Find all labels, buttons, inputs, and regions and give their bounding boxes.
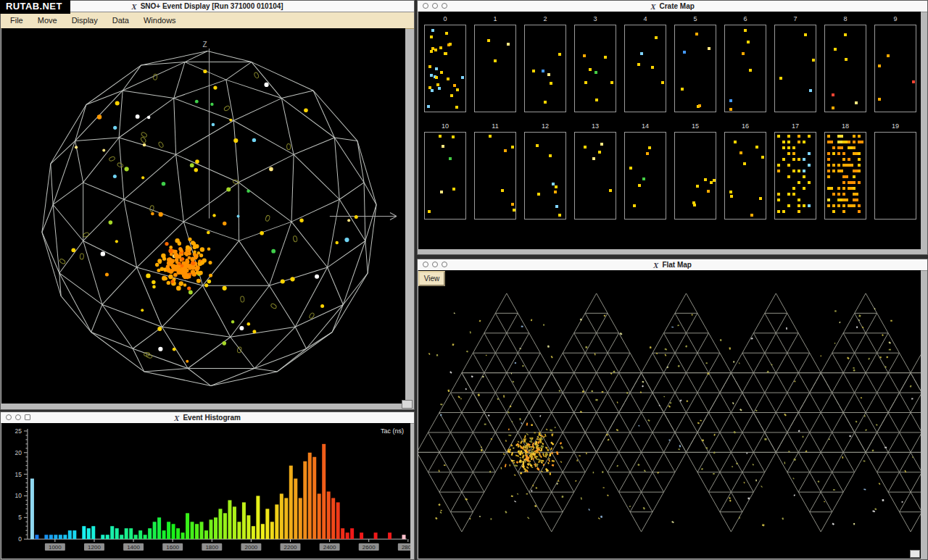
crate-panel-7[interactable] (774, 25, 816, 112)
pmt-hit (858, 152, 861, 155)
view-menu-button[interactable]: View (418, 271, 445, 286)
crate-map-canvas[interactable]: 012345678910111213141516171819 (418, 12, 921, 249)
crate-map-window: X Crate Map 0123456789101112131415161718… (417, 0, 928, 255)
pmt-hit (436, 83, 439, 86)
pmt-hit (640, 52, 643, 55)
window-button[interactable] (423, 262, 428, 267)
pmt-hit (431, 47, 434, 50)
pmt-hit (812, 59, 815, 62)
crate-panel-16[interactable] (724, 132, 766, 220)
crate-panel-9[interactable] (874, 25, 916, 112)
pmt-hit (842, 204, 845, 207)
crate-panel-12[interactable] (524, 132, 566, 220)
window-button[interactable] (6, 414, 12, 420)
pmt-hit (832, 152, 835, 155)
crate-cell: 17 (774, 119, 816, 220)
pmt-hit (537, 193, 540, 196)
crate-label: 3 (574, 15, 616, 25)
resize-corner[interactable] (402, 400, 413, 409)
svg-text:25: 25 (15, 427, 22, 435)
crate-panel-8[interactable] (824, 25, 866, 112)
window-button[interactable] (442, 3, 447, 9)
pmt-hit (594, 71, 597, 74)
crate-label: 6 (724, 15, 766, 25)
pmt-hit (837, 170, 843, 172)
window-button[interactable] (432, 3, 438, 9)
pmt-hit (440, 191, 443, 193)
crate-panel-14[interactable] (624, 132, 666, 220)
pmt-hit (755, 146, 758, 149)
window-buttons[interactable] (6, 414, 30, 420)
window-button[interactable] (423, 3, 428, 9)
crate-panel-19[interactable] (874, 132, 916, 220)
pmt-hit (494, 59, 497, 62)
menu-item-file[interactable]: File (4, 14, 30, 27)
window-button[interactable] (442, 262, 447, 267)
crate-panel-4[interactable] (624, 25, 666, 112)
pmt-hit (803, 187, 805, 190)
pmt-hit (532, 70, 535, 72)
pmt-hit (449, 157, 452, 160)
pmt-hit (792, 158, 795, 161)
svg-text:1400: 1400 (127, 544, 140, 551)
pmt-hit (787, 141, 790, 143)
flat-map-canvas[interactable] (418, 270, 921, 559)
pmt-hit (827, 152, 830, 155)
crate-panel-10[interactable] (424, 132, 466, 220)
crate-panel-15[interactable] (674, 132, 716, 220)
svg-text:10: 10 (15, 492, 22, 499)
event-histogram-titlebar[interactable]: X Event Histogram (1, 412, 414, 424)
pmt-hit (853, 198, 858, 201)
crate-panel-1[interactable] (474, 25, 516, 112)
pmt-hit (858, 170, 861, 172)
flat-map-view[interactable] (418, 270, 921, 559)
event-histogram-window: X Event Histogram 0510152025100012001400… (0, 411, 415, 560)
crate-panel-5[interactable] (674, 25, 716, 112)
window-buttons[interactable] (423, 3, 447, 9)
crate-cell: 1 (474, 12, 516, 112)
window-title-text: Crate Map (659, 1, 694, 12)
watermark-badge: RUTAB.NET (0, 0, 70, 14)
pmt-hit (842, 187, 845, 190)
window-button[interactable] (432, 262, 438, 267)
pmt-hit (798, 141, 800, 143)
pmt-hit (444, 52, 447, 55)
flat-map-titlebar[interactable]: X Flat Map (418, 259, 927, 271)
pmt-hit (698, 104, 701, 107)
pmt-hit (853, 141, 856, 143)
menu-item-move[interactable]: Move (31, 14, 64, 27)
crate-map-titlebar[interactable]: X Crate Map (418, 1, 927, 12)
menu-bar: FileMoveDisplayDataWindows (1, 12, 414, 29)
crate-panel-2[interactable] (524, 25, 566, 112)
pmt-hit (808, 152, 811, 155)
crate-panel-17[interactable] (774, 132, 816, 220)
menu-item-display[interactable]: Display (65, 14, 104, 27)
window-button[interactable] (15, 414, 21, 420)
pmt-hit (782, 146, 785, 149)
crate-panel-3[interactable] (574, 25, 616, 112)
menu-item-data[interactable]: Data (106, 14, 136, 27)
crate-panel-6[interactable] (724, 25, 766, 112)
crate-label: 2 (524, 15, 566, 25)
menu-item-windows[interactable]: Windows (137, 14, 183, 27)
crate-panel-13[interactable] (574, 132, 616, 220)
resize-corner[interactable] (910, 550, 920, 558)
window-button[interactable] (25, 414, 30, 420)
pmt-hit (693, 204, 696, 206)
detector-sphere-view[interactable]: Z (1, 28, 405, 404)
pmt-hit (456, 88, 459, 91)
event-histogram-canvas[interactable]: 0510152025100012001400160018002000220024… (1, 423, 410, 559)
event-display-canvas[interactable]: Z (1, 28, 405, 404)
crate-panel-11[interactable] (474, 132, 516, 220)
pmt-hit (878, 98, 881, 101)
pmt-hit (696, 185, 699, 188)
crate-panel-18[interactable] (824, 132, 866, 220)
svg-text:5: 5 (18, 514, 22, 521)
pmt-hit (555, 205, 558, 208)
svg-text:1000: 1000 (49, 544, 62, 551)
crate-panel-0[interactable] (424, 25, 466, 112)
pmt-hit (858, 141, 863, 143)
window-buttons[interactable] (423, 262, 447, 267)
pmt-hit (704, 178, 707, 181)
crate-label: 10 (424, 122, 466, 132)
